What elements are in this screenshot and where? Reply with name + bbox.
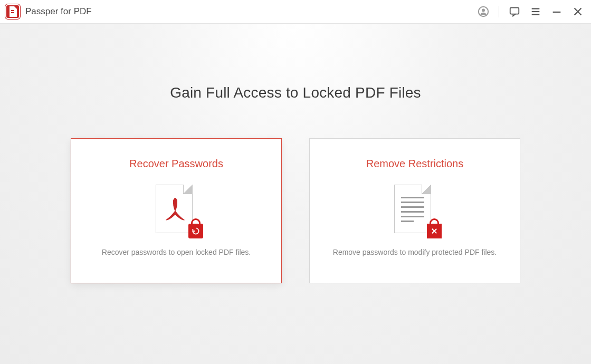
feedback-icon[interactable]: [509, 6, 520, 17]
page-fold-icon: [422, 185, 431, 194]
close-icon[interactable]: [572, 6, 584, 17]
main-content: Gain Full Access to Locked PDF Files Rec…: [0, 24, 591, 364]
svg-point-1: [482, 8, 485, 12]
minimize-icon[interactable]: [551, 6, 563, 17]
page-title: Gain Full Access to Locked PDF Files: [170, 84, 421, 101]
titlebar-controls: [478, 6, 584, 17]
pdf-mark-icon: [164, 196, 187, 225]
option-cards: Recover Passwords Recover passwords to o…: [71, 138, 520, 283]
card-title: Recover Passwords: [129, 158, 223, 170]
titlebar-left: Passper for PDF: [5, 4, 92, 19]
document-page-icon: [156, 185, 193, 233]
card-description: Remove passwords to modify protected PDF…: [333, 248, 497, 256]
page-fold-icon: [183, 185, 193, 194]
menu-icon[interactable]: [530, 6, 541, 17]
svg-point-9: [173, 199, 177, 203]
lock-remove-icon: [427, 224, 442, 238]
account-icon[interactable]: [478, 6, 489, 17]
app-title: Passper for PDF: [25, 6, 92, 17]
card-title: Remove Restrictions: [366, 158, 464, 170]
lock-sync-icon: [188, 224, 203, 238]
document-page-icon: [394, 185, 431, 233]
remove-restrictions-illustration: [391, 184, 439, 236]
app-logo: [5, 4, 20, 19]
recover-passwords-card[interactable]: Recover Passwords Recover passwords to o…: [71, 138, 282, 283]
remove-restrictions-card[interactable]: Remove Restrictions Remove passwords to …: [309, 138, 520, 283]
svg-rect-2: [510, 8, 519, 14]
titlebar: Passper for PDF: [0, 0, 591, 24]
pdf-logo-icon: [8, 6, 17, 17]
document-lines-icon: [401, 197, 424, 222]
recover-passwords-illustration: [152, 184, 200, 236]
separator: [499, 6, 499, 17]
card-description: Recover passwords to open locked PDF fil…: [102, 248, 251, 256]
